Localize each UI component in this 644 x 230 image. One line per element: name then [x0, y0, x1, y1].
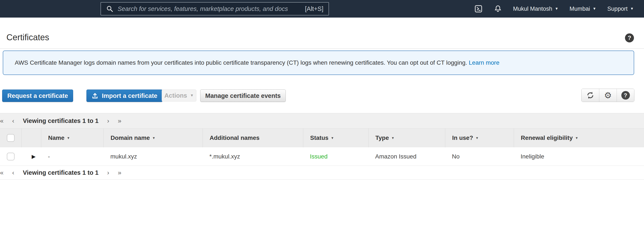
pagination-last-button[interactable]: »: [118, 169, 122, 176]
column-header-renewal-eligibility[interactable]: Renewal eligibility ▾: [514, 128, 644, 147]
table-top-pagination-band: « ‹ Viewing certificates 1 to 1 › »: [0, 113, 644, 128]
ct-logging-info-banner: AWS Certificate Manager logs domain name…: [3, 51, 634, 75]
account-menu[interactable]: Mukul Mantosh ▼: [513, 6, 558, 12]
actions-button-label: Actions: [164, 92, 187, 99]
cell-renewal-eligibility: Ineligible: [514, 147, 644, 165]
help-icon: ?: [621, 91, 630, 100]
cell-domain-name: mukul.xyz: [104, 147, 202, 165]
navbar-right-cluster: Mukul Mantosh ▼ Mumbai ▼ Support ▼: [474, 0, 634, 18]
refresh-icon: [586, 91, 594, 99]
import-certificate-button[interactable]: Import a certificate: [86, 90, 162, 102]
region-menu[interactable]: Mumbai ▼: [570, 6, 596, 12]
pagination-first-button[interactable]: «: [0, 169, 4, 176]
sort-caret-icon: ▾: [392, 136, 394, 140]
support-menu[interactable]: Support ▼: [608, 6, 634, 12]
column-header-status[interactable]: Status ▾: [303, 128, 368, 147]
row-select-cell: [0, 147, 22, 165]
sort-caret-icon: ▾: [67, 136, 69, 140]
row-expand-cell: ▶: [22, 147, 41, 165]
actions-dropdown-button[interactable]: Actions ▼: [162, 90, 196, 102]
sort-caret-icon: ▾: [576, 136, 578, 140]
pagination-top: « ‹ Viewing certificates 1 to 1 › »: [0, 117, 121, 124]
sort-caret-icon: ▾: [153, 136, 155, 140]
pagination-next-button[interactable]: ›: [107, 169, 109, 176]
page-help-icon[interactable]: ?: [625, 33, 634, 42]
column-header-additional-names[interactable]: Additional names: [202, 128, 303, 147]
notifications-bell-icon[interactable]: [494, 5, 502, 13]
pagination-next-button[interactable]: ›: [107, 118, 109, 124]
select-all-cell: [0, 128, 22, 147]
page-title: Certificates: [6, 33, 49, 42]
support-menu-label: Support: [608, 6, 628, 12]
column-header-name[interactable]: Name ▾: [41, 128, 104, 147]
manage-certificate-events-button[interactable]: Manage certificate events: [200, 90, 286, 102]
import-button-label: Import a certificate: [102, 92, 157, 99]
column-header-domain-name[interactable]: Domain name ▾: [104, 128, 202, 147]
chevron-down-icon: ▼: [630, 7, 634, 11]
row-checkbox[interactable]: [7, 153, 14, 160]
pagination-prev-button[interactable]: ‹: [12, 118, 14, 124]
cell-name: -: [41, 147, 104, 165]
acm-certificates-page: [Alt+S] Mukul Mantosh ▼ Mu: [0, 0, 644, 230]
account-menu-label: Mukul Mantosh: [513, 6, 552, 12]
table-row: ▶ - mukul.xyz *.mukul.xyz Issued Amazon …: [0, 147, 644, 166]
search-shortcut-hint: [Alt+S]: [305, 5, 324, 13]
pagination-first-button[interactable]: «: [0, 118, 4, 124]
table-bottom-pagination-band: « ‹ Viewing certificates 1 to 1 › »: [0, 166, 644, 180]
pagination-bottom: « ‹ Viewing certificates 1 to 1 › »: [0, 169, 121, 176]
region-menu-label: Mumbai: [570, 6, 590, 12]
pagination-prev-button[interactable]: ‹: [12, 169, 14, 176]
search-input[interactable]: [118, 5, 301, 13]
pagination-last-button[interactable]: »: [118, 118, 122, 124]
search-icon: [106, 5, 113, 13]
expand-row-icon[interactable]: ▶: [32, 154, 36, 159]
chevron-down-icon: ▼: [190, 93, 194, 98]
certificates-table-header: Name ▾ Domain name ▾ Additional names St…: [0, 128, 644, 147]
pagination-label: Viewing certificates 1 to 1: [23, 117, 98, 124]
banner-message: AWS Certificate Manager logs domain name…: [15, 59, 500, 66]
certificates-toolbar: Request a certificate Import a certifica…: [0, 90, 644, 103]
cell-type: Amazon Issued: [368, 147, 445, 165]
sort-caret-icon: ▾: [476, 136, 478, 140]
table-help-button[interactable]: ?: [616, 89, 634, 102]
chevron-down-icon: ▼: [555, 7, 558, 11]
upload-icon: [92, 92, 98, 99]
refresh-button[interactable]: [582, 89, 599, 102]
learn-more-link[interactable]: Learn more: [469, 59, 500, 66]
pagination-label: Viewing certificates 1 to 1: [23, 169, 98, 176]
sort-caret-icon: ▾: [332, 136, 334, 140]
expand-header-cell: [22, 128, 41, 147]
global-search[interactable]: [Alt+S]: [100, 2, 329, 16]
aws-top-navbar: [Alt+S] Mukul Mantosh ▼ Mu: [0, 0, 644, 18]
column-header-in-use[interactable]: In use? ▾: [445, 128, 514, 147]
cell-additional-names: *.mukul.xyz: [202, 147, 303, 165]
cell-in-use: No: [445, 147, 514, 165]
column-header-type[interactable]: Type ▾: [368, 128, 445, 147]
gear-icon: ⚙: [604, 91, 612, 100]
header-divider: [0, 48, 644, 49]
select-all-checkbox[interactable]: [7, 134, 14, 142]
cell-status: Issued: [303, 147, 368, 165]
chevron-down-icon: ▼: [593, 7, 596, 11]
cloudshell-icon[interactable]: [474, 5, 483, 13]
request-certificate-button[interactable]: Request a certificate: [2, 90, 73, 102]
table-settings-button-group: ⚙ ?: [581, 89, 634, 102]
preferences-button[interactable]: ⚙: [599, 89, 616, 102]
